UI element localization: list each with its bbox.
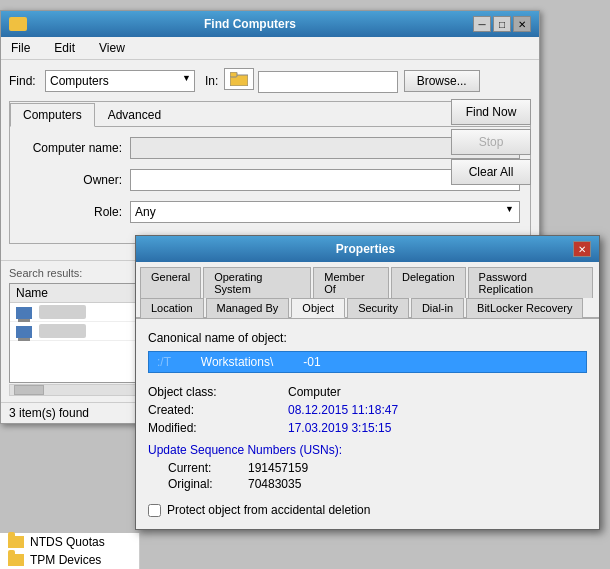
- left-panel: NTDS Quotas TPM Devices: [0, 533, 140, 569]
- usn-label: Update Sequence Numbers (USNs):: [148, 443, 587, 457]
- stop-button[interactable]: Stop: [451, 129, 531, 155]
- props-title: Properties: [158, 242, 573, 256]
- tab-advanced[interactable]: Advanced: [95, 103, 174, 127]
- left-panel-item-ntds[interactable]: NTDS Quotas: [0, 533, 139, 551]
- tab-memberof[interactable]: Member Of: [313, 267, 389, 298]
- minimize-button[interactable]: ─: [473, 16, 491, 32]
- tab-password-replication[interactable]: Password Replication: [468, 267, 593, 298]
- left-panel-item-tpm[interactable]: TPM Devices: [0, 551, 139, 569]
- action-buttons: Find Now Stop Clear All: [451, 99, 531, 185]
- tab-managed-by[interactable]: Managed By: [206, 298, 290, 318]
- modified-val: 17.03.2019 3:15:15: [288, 421, 391, 435]
- computer-icon-2: [16, 326, 32, 338]
- tab-object[interactable]: Object: [291, 298, 345, 318]
- tab-delegation[interactable]: Delegation: [391, 267, 466, 298]
- ntds-label: NTDS Quotas: [30, 535, 105, 549]
- tab-general[interactable]: General: [140, 267, 201, 298]
- folder-icon-ntds: [8, 536, 24, 548]
- created-key: Created:: [148, 403, 288, 417]
- in-field[interactable]: [258, 71, 398, 93]
- props-tabs: General Operating System Member Of Deleg…: [136, 262, 599, 319]
- modified-row: Modified: 17.03.2019 3:15:15: [148, 421, 587, 435]
- props-titlebar: Properties ✕: [136, 236, 599, 262]
- computer-icon-1: [16, 307, 32, 319]
- object-class-key: Object class:: [148, 385, 288, 399]
- object-class-val: Computer: [288, 385, 341, 399]
- canonical-label: Canonical name of object:: [148, 331, 587, 345]
- role-combo-wrap: Any: [130, 201, 520, 223]
- usn-current-key: Current:: [168, 461, 248, 475]
- status-text: 3 item(s) found: [9, 406, 89, 420]
- created-val: 08.12.2015 11:18:47: [288, 403, 398, 417]
- protect-label: Protect object from accidental deletion: [167, 503, 370, 517]
- props-window-controls: ✕: [573, 241, 591, 257]
- result-name-2: [39, 324, 86, 338]
- find-combo[interactable]: Computers: [45, 70, 195, 92]
- props-tab-row1: General Operating System Member Of Deleg…: [136, 262, 599, 297]
- tab-security[interactable]: Security: [347, 298, 409, 318]
- folder-icon-tpm: [8, 554, 24, 566]
- usn-original-row: Original: 70483035: [148, 477, 587, 491]
- tab-os[interactable]: Operating System: [203, 267, 311, 298]
- props-tab-row2: Location Managed By Object Security Dial…: [136, 297, 599, 318]
- close-button-find[interactable]: ✕: [513, 16, 531, 32]
- props-body: Canonical name of object: :/T Workstatio…: [136, 319, 599, 529]
- clear-all-button[interactable]: Clear All: [451, 159, 531, 185]
- usn-original-key: Original:: [168, 477, 248, 491]
- menu-file[interactable]: File: [7, 39, 34, 57]
- browse-button[interactable]: Browse...: [404, 70, 480, 92]
- role-label: Role:: [20, 205, 130, 219]
- in-label: In:: [205, 74, 218, 88]
- canonical-value: :/T Workstations\ -01: [148, 351, 587, 373]
- modified-key: Modified:: [148, 421, 288, 435]
- protect-checkbox[interactable]: [148, 504, 161, 517]
- menu-bar: File Edit View: [1, 37, 539, 60]
- computer-name-label: Computer name:: [20, 141, 130, 155]
- menu-edit[interactable]: Edit: [50, 39, 79, 57]
- created-row: Created: 08.12.2015 11:18:47: [148, 403, 587, 417]
- tab-computers[interactable]: Computers: [10, 103, 95, 127]
- owner-label: Owner:: [20, 173, 130, 187]
- tab-bitlocker[interactable]: BitLocker Recovery: [466, 298, 583, 318]
- usn-current-row: Current: 191457159: [148, 461, 587, 475]
- window-controls: ─ □ ✕: [473, 16, 531, 32]
- maximize-button[interactable]: □: [493, 16, 511, 32]
- object-class-row: Object class: Computer: [148, 385, 587, 399]
- find-label: Find:: [9, 74, 39, 88]
- usn-section: Update Sequence Numbers (USNs): Current:…: [148, 443, 587, 491]
- usn-original-val: 70483035: [248, 477, 301, 491]
- usn-current-val: 191457159: [248, 461, 308, 475]
- menu-view[interactable]: View: [95, 39, 129, 57]
- find-combo-wrap: Computers: [45, 70, 195, 92]
- svg-rect-1: [230, 72, 237, 77]
- tpm-label: TPM Devices: [30, 553, 101, 567]
- tab-location[interactable]: Location: [140, 298, 204, 318]
- find-window-titlebar: Find Computers ─ □ ✕: [1, 11, 539, 37]
- props-close-button[interactable]: ✕: [573, 241, 591, 257]
- protect-checkbox-row: Protect object from accidental deletion: [148, 503, 587, 517]
- find-content-area: Find: Computers In: Browse... Computers …: [1, 60, 539, 260]
- role-combo[interactable]: Any: [130, 201, 520, 223]
- tab-dial-in[interactable]: Dial-in: [411, 298, 464, 318]
- find-now-button[interactable]: Find Now: [451, 99, 531, 125]
- in-icon: [224, 68, 254, 90]
- find-window-title: Find Computers: [27, 17, 473, 31]
- properties-window: Properties ✕ General Operating System Me…: [135, 235, 600, 530]
- result-name-1: [39, 305, 86, 319]
